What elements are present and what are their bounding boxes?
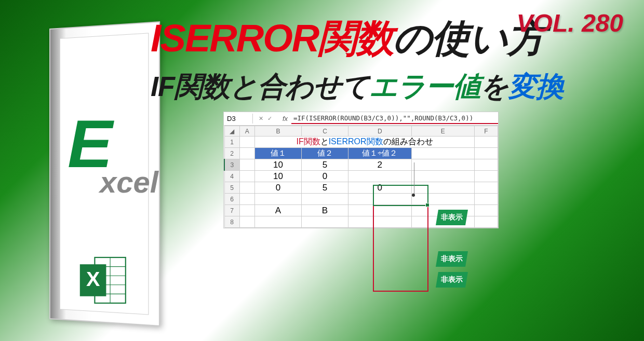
hidden-badge: 非表示 (436, 210, 468, 225)
excel-rest: xcel (100, 165, 158, 199)
excel-e: E (68, 117, 158, 171)
svg-text:X: X (86, 267, 100, 290)
col-header[interactable]: F (475, 126, 498, 137)
cell[interactable] (239, 159, 254, 171)
cell[interactable] (239, 194, 254, 205)
fx-label: fx (279, 115, 291, 122)
cell[interactable] (475, 216, 498, 228)
cell[interactable]: 10 (255, 171, 302, 182)
sub-title: IF関数と合わせてエラー値を変換 (151, 68, 626, 106)
cell[interactable] (475, 137, 498, 148)
select-all-corner[interactable]: ◢ (224, 126, 239, 137)
cell[interactable] (348, 194, 412, 205)
cell[interactable] (302, 194, 348, 205)
cell[interactable] (255, 216, 302, 228)
formula-input[interactable]: =IF(ISERROR(ROUND(B3/C3,0)),"",ROUND(B3/… (291, 113, 498, 124)
cell[interactable] (411, 194, 475, 205)
cell[interactable] (475, 148, 498, 159)
cell[interactable] (411, 171, 475, 182)
data-header[interactable]: 値２ (302, 148, 348, 159)
excel-app-icon: X (75, 252, 132, 309)
cell[interactable] (239, 171, 254, 182)
cell[interactable] (302, 216, 348, 228)
excel-text-logo: E xcel (68, 117, 158, 199)
sub-p1: IF関数と合わせて (151, 71, 369, 102)
content-area: VOL. 280 ISERROR関数の使い方 IF関数と合わせてエラー値を変換 (151, 13, 626, 106)
col-header[interactable]: C (302, 126, 348, 137)
formula-bar: D3 ✕ ✓ fx =IF(ISERROR(ROUND(B3/C3,0)),""… (224, 112, 498, 126)
cell[interactable] (411, 148, 475, 159)
cell[interactable]: B (302, 205, 348, 216)
cell[interactable]: 2 (348, 159, 412, 171)
spreadsheet-preview: D3 ✕ ✓ fx =IF(ISERROR(ROUND(B3/C3,0)),""… (223, 112, 499, 228)
name-box[interactable]: D3 (224, 114, 253, 124)
cell[interactable] (348, 216, 412, 228)
row-header[interactable]: 2 (224, 148, 239, 159)
cell[interactable] (475, 182, 498, 194)
row-header[interactable]: 5 (224, 182, 239, 194)
row-header[interactable]: 1 (224, 137, 239, 148)
cell[interactable] (411, 159, 475, 171)
col-header[interactable]: A (239, 126, 254, 137)
cell[interactable] (475, 205, 498, 216)
row-header[interactable]: 4 (224, 171, 239, 182)
col-header[interactable]: D (348, 126, 412, 137)
cell[interactable] (475, 194, 498, 205)
cell[interactable] (348, 205, 412, 216)
cell[interactable] (239, 148, 254, 159)
cell[interactable]: 10 (255, 159, 302, 171)
cell[interactable]: 0 (348, 182, 412, 194)
row-header[interactable]: 3 (224, 159, 239, 171)
cell[interactable] (411, 182, 475, 194)
cell[interactable]: A (255, 205, 302, 216)
cell[interactable] (255, 194, 302, 205)
row-header[interactable]: 7 (224, 205, 239, 216)
cell[interactable] (239, 182, 254, 194)
cell[interactable] (475, 159, 498, 171)
data-header[interactable]: 値１÷値２ (348, 148, 412, 159)
cell[interactable] (239, 216, 254, 228)
cell[interactable] (475, 171, 498, 182)
trace-line (414, 162, 414, 196)
title-red: ISERROR関数 (151, 17, 393, 60)
cell[interactable]: 5 (302, 182, 348, 194)
cell[interactable] (239, 137, 254, 148)
data-header[interactable]: 値１ (255, 148, 302, 159)
hidden-badge: 非表示 (436, 272, 468, 288)
cell[interactable]: 0 (302, 171, 348, 182)
col-header[interactable]: B (255, 126, 302, 137)
row-header[interactable]: 8 (224, 216, 239, 228)
hidden-badge: 非表示 (436, 251, 468, 267)
row-header[interactable]: 6 (224, 194, 239, 205)
sheet-title-cell[interactable]: IF関数とISERROR関数の組み合わせ (255, 137, 475, 148)
formula-icons: ✕ ✓ (253, 115, 279, 122)
cell[interactable] (348, 171, 412, 182)
cell[interactable]: 5 (302, 159, 348, 171)
sub-p2: エラー値 (369, 71, 480, 102)
trace-dot (412, 194, 415, 197)
volume-label: VOL. 280 (517, 9, 623, 37)
sub-p4: 変換 (508, 71, 564, 102)
cell[interactable] (239, 205, 254, 216)
sub-p3: を (480, 71, 508, 102)
cell[interactable]: 0 (255, 182, 302, 194)
col-header[interactable]: E (411, 126, 475, 137)
